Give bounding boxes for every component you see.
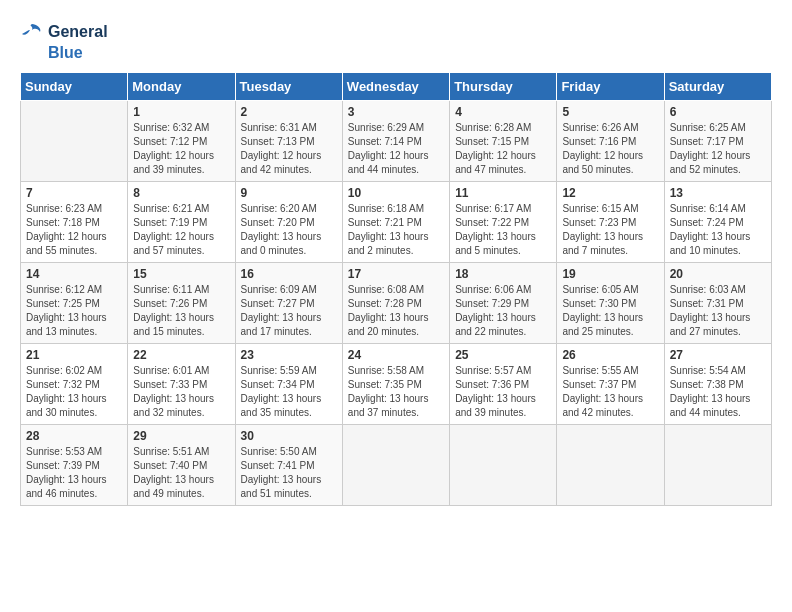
day-info: Sunrise: 6:17 AMSunset: 7:22 PMDaylight:… xyxy=(455,202,551,258)
calendar-cell: 12Sunrise: 6:15 AMSunset: 7:23 PMDayligh… xyxy=(557,182,664,263)
logo-text-general: General xyxy=(48,23,108,41)
calendar-week-3: 14Sunrise: 6:12 AMSunset: 7:25 PMDayligh… xyxy=(21,263,772,344)
calendar-cell: 27Sunrise: 5:54 AMSunset: 7:38 PMDayligh… xyxy=(664,344,771,425)
logo-container: General Blue xyxy=(20,20,108,62)
day-info: Sunrise: 6:12 AMSunset: 7:25 PMDaylight:… xyxy=(26,283,122,339)
day-number: 9 xyxy=(241,186,337,200)
logo-text-blue: Blue xyxy=(48,44,83,62)
day-info: Sunrise: 5:54 AMSunset: 7:38 PMDaylight:… xyxy=(670,364,766,420)
calendar-week-1: 1Sunrise: 6:32 AMSunset: 7:12 PMDaylight… xyxy=(21,101,772,182)
calendar-cell: 23Sunrise: 5:59 AMSunset: 7:34 PMDayligh… xyxy=(235,344,342,425)
calendar-cell: 3Sunrise: 6:29 AMSunset: 7:14 PMDaylight… xyxy=(342,101,449,182)
calendar-cell: 8Sunrise: 6:21 AMSunset: 7:19 PMDaylight… xyxy=(128,182,235,263)
calendar-cell xyxy=(664,425,771,506)
calendar-cell: 22Sunrise: 6:01 AMSunset: 7:33 PMDayligh… xyxy=(128,344,235,425)
calendar-cell: 25Sunrise: 5:57 AMSunset: 7:36 PMDayligh… xyxy=(450,344,557,425)
calendar-cell: 24Sunrise: 5:58 AMSunset: 7:35 PMDayligh… xyxy=(342,344,449,425)
day-info: Sunrise: 6:20 AMSunset: 7:20 PMDaylight:… xyxy=(241,202,337,258)
day-number: 1 xyxy=(133,105,229,119)
calendar-cell xyxy=(21,101,128,182)
day-number: 27 xyxy=(670,348,766,362)
calendar-cell: 10Sunrise: 6:18 AMSunset: 7:21 PMDayligh… xyxy=(342,182,449,263)
day-number: 10 xyxy=(348,186,444,200)
page-header: General Blue xyxy=(20,20,772,62)
calendar-cell: 21Sunrise: 6:02 AMSunset: 7:32 PMDayligh… xyxy=(21,344,128,425)
day-number: 12 xyxy=(562,186,658,200)
calendar-cell: 29Sunrise: 5:51 AMSunset: 7:40 PMDayligh… xyxy=(128,425,235,506)
day-info: Sunrise: 6:06 AMSunset: 7:29 PMDaylight:… xyxy=(455,283,551,339)
day-number: 28 xyxy=(26,429,122,443)
weekday-header-wednesday: Wednesday xyxy=(342,73,449,101)
day-info: Sunrise: 6:15 AMSunset: 7:23 PMDaylight:… xyxy=(562,202,658,258)
calendar-cell: 9Sunrise: 6:20 AMSunset: 7:20 PMDaylight… xyxy=(235,182,342,263)
calendar-header-row: SundayMondayTuesdayWednesdayThursdayFrid… xyxy=(21,73,772,101)
day-number: 26 xyxy=(562,348,658,362)
calendar-cell: 19Sunrise: 6:05 AMSunset: 7:30 PMDayligh… xyxy=(557,263,664,344)
calendar-cell: 15Sunrise: 6:11 AMSunset: 7:26 PMDayligh… xyxy=(128,263,235,344)
calendar-cell: 28Sunrise: 5:53 AMSunset: 7:39 PMDayligh… xyxy=(21,425,128,506)
day-info: Sunrise: 6:32 AMSunset: 7:12 PMDaylight:… xyxy=(133,121,229,177)
calendar-cell: 17Sunrise: 6:08 AMSunset: 7:28 PMDayligh… xyxy=(342,263,449,344)
day-info: Sunrise: 5:51 AMSunset: 7:40 PMDaylight:… xyxy=(133,445,229,501)
day-number: 18 xyxy=(455,267,551,281)
day-info: Sunrise: 6:08 AMSunset: 7:28 PMDaylight:… xyxy=(348,283,444,339)
day-info: Sunrise: 6:05 AMSunset: 7:30 PMDaylight:… xyxy=(562,283,658,339)
day-info: Sunrise: 6:11 AMSunset: 7:26 PMDaylight:… xyxy=(133,283,229,339)
day-number: 24 xyxy=(348,348,444,362)
day-info: Sunrise: 6:09 AMSunset: 7:27 PMDaylight:… xyxy=(241,283,337,339)
day-info: Sunrise: 6:14 AMSunset: 7:24 PMDaylight:… xyxy=(670,202,766,258)
weekday-header-sunday: Sunday xyxy=(21,73,128,101)
day-number: 11 xyxy=(455,186,551,200)
day-number: 5 xyxy=(562,105,658,119)
day-number: 16 xyxy=(241,267,337,281)
day-info: Sunrise: 6:25 AMSunset: 7:17 PMDaylight:… xyxy=(670,121,766,177)
day-number: 15 xyxy=(133,267,229,281)
day-number: 17 xyxy=(348,267,444,281)
weekday-header-tuesday: Tuesday xyxy=(235,73,342,101)
day-number: 20 xyxy=(670,267,766,281)
logo-bird-icon xyxy=(20,20,44,44)
weekday-header-thursday: Thursday xyxy=(450,73,557,101)
day-number: 25 xyxy=(455,348,551,362)
day-info: Sunrise: 6:31 AMSunset: 7:13 PMDaylight:… xyxy=(241,121,337,177)
calendar-week-4: 21Sunrise: 6:02 AMSunset: 7:32 PMDayligh… xyxy=(21,344,772,425)
day-number: 30 xyxy=(241,429,337,443)
calendar-week-5: 28Sunrise: 5:53 AMSunset: 7:39 PMDayligh… xyxy=(21,425,772,506)
day-number: 14 xyxy=(26,267,122,281)
calendar-cell: 1Sunrise: 6:32 AMSunset: 7:12 PMDaylight… xyxy=(128,101,235,182)
day-number: 21 xyxy=(26,348,122,362)
day-number: 6 xyxy=(670,105,766,119)
calendar-cell: 11Sunrise: 6:17 AMSunset: 7:22 PMDayligh… xyxy=(450,182,557,263)
day-info: Sunrise: 5:53 AMSunset: 7:39 PMDaylight:… xyxy=(26,445,122,501)
day-number: 4 xyxy=(455,105,551,119)
calendar-cell: 30Sunrise: 5:50 AMSunset: 7:41 PMDayligh… xyxy=(235,425,342,506)
day-info: Sunrise: 5:58 AMSunset: 7:35 PMDaylight:… xyxy=(348,364,444,420)
day-info: Sunrise: 6:18 AMSunset: 7:21 PMDaylight:… xyxy=(348,202,444,258)
day-info: Sunrise: 6:21 AMSunset: 7:19 PMDaylight:… xyxy=(133,202,229,258)
calendar-cell: 13Sunrise: 6:14 AMSunset: 7:24 PMDayligh… xyxy=(664,182,771,263)
weekday-header-saturday: Saturday xyxy=(664,73,771,101)
day-number: 19 xyxy=(562,267,658,281)
calendar-table: SundayMondayTuesdayWednesdayThursdayFrid… xyxy=(20,72,772,506)
calendar-cell: 26Sunrise: 5:55 AMSunset: 7:37 PMDayligh… xyxy=(557,344,664,425)
day-info: Sunrise: 5:59 AMSunset: 7:34 PMDaylight:… xyxy=(241,364,337,420)
calendar-cell: 18Sunrise: 6:06 AMSunset: 7:29 PMDayligh… xyxy=(450,263,557,344)
calendar-week-2: 7Sunrise: 6:23 AMSunset: 7:18 PMDaylight… xyxy=(21,182,772,263)
day-info: Sunrise: 6:26 AMSunset: 7:16 PMDaylight:… xyxy=(562,121,658,177)
day-number: 3 xyxy=(348,105,444,119)
calendar-cell: 16Sunrise: 6:09 AMSunset: 7:27 PMDayligh… xyxy=(235,263,342,344)
day-info: Sunrise: 6:28 AMSunset: 7:15 PMDaylight:… xyxy=(455,121,551,177)
calendar-cell: 2Sunrise: 6:31 AMSunset: 7:13 PMDaylight… xyxy=(235,101,342,182)
day-info: Sunrise: 5:55 AMSunset: 7:37 PMDaylight:… xyxy=(562,364,658,420)
day-number: 23 xyxy=(241,348,337,362)
day-info: Sunrise: 6:23 AMSunset: 7:18 PMDaylight:… xyxy=(26,202,122,258)
weekday-header-friday: Friday xyxy=(557,73,664,101)
day-number: 7 xyxy=(26,186,122,200)
day-info: Sunrise: 6:01 AMSunset: 7:33 PMDaylight:… xyxy=(133,364,229,420)
calendar-cell: 7Sunrise: 6:23 AMSunset: 7:18 PMDaylight… xyxy=(21,182,128,263)
day-number: 2 xyxy=(241,105,337,119)
day-number: 8 xyxy=(133,186,229,200)
day-number: 29 xyxy=(133,429,229,443)
day-number: 13 xyxy=(670,186,766,200)
day-info: Sunrise: 5:50 AMSunset: 7:41 PMDaylight:… xyxy=(241,445,337,501)
